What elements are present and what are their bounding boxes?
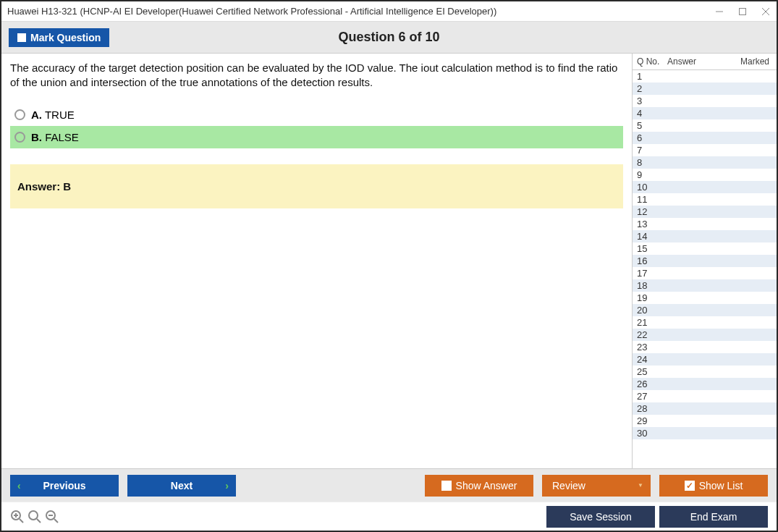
question-list-row[interactable]: 29 bbox=[633, 415, 777, 427]
mark-question-button[interactable]: Mark Question bbox=[9, 28, 109, 47]
question-list-row[interactable]: 10 bbox=[633, 181, 777, 193]
question-list-row[interactable]: 22 bbox=[633, 329, 777, 341]
question-list-row[interactable]: 7 bbox=[633, 144, 777, 156]
content-area: The accuracy of the target detection pos… bbox=[1, 54, 777, 468]
next-button[interactable]: Next › bbox=[127, 475, 236, 497]
question-list-row[interactable]: 4 bbox=[633, 107, 777, 119]
question-list-panel: Q No. Answer Marked 12345678910111213141… bbox=[632, 54, 777, 468]
window-title: Huawei H13-321 (HCNP-AI EI Developer(Hua… bbox=[7, 6, 714, 17]
show-list-label: Show List bbox=[699, 480, 743, 491]
question-list-row[interactable]: 24 bbox=[633, 353, 777, 366]
question-list-row[interactable]: 6 bbox=[633, 132, 777, 144]
question-list-row[interactable]: 19 bbox=[633, 292, 777, 304]
zoom-out-icon[interactable] bbox=[45, 510, 59, 524]
option-text: FALSE bbox=[42, 131, 79, 143]
checkbox-icon bbox=[441, 481, 452, 491]
save-session-label: Save Session bbox=[570, 511, 632, 523]
review-button[interactable]: Review ▼ bbox=[542, 475, 651, 497]
svg-point-8 bbox=[29, 511, 38, 520]
checkbox-icon bbox=[17, 33, 26, 42]
option-row-B[interactable]: B. FALSE bbox=[10, 126, 623, 148]
question-list-row[interactable]: 15 bbox=[633, 242, 777, 255]
question-list-row[interactable]: 16 bbox=[633, 255, 777, 267]
question-list-header: Q No. Answer Marked bbox=[633, 54, 777, 70]
question-list-row[interactable]: 30 bbox=[633, 427, 777, 439]
question-list-row[interactable]: 17 bbox=[633, 267, 777, 279]
radio-icon bbox=[14, 109, 25, 120]
end-exam-button[interactable]: End Exam bbox=[659, 506, 768, 528]
question-list-row[interactable]: 12 bbox=[633, 206, 777, 218]
option-letter: B. bbox=[31, 131, 42, 143]
radio-icon bbox=[14, 132, 25, 143]
zoom-reset-icon[interactable] bbox=[28, 510, 42, 524]
header-bar: Mark Question Question 6 of 10 bbox=[1, 22, 777, 54]
zoom-in-icon[interactable] bbox=[10, 510, 25, 524]
checkbox-checked-icon: ✓ bbox=[685, 481, 695, 491]
question-list[interactable]: 1234567891011121314151617181920212223242… bbox=[633, 70, 777, 468]
chevron-right-icon: › bbox=[225, 480, 229, 491]
question-list-row[interactable]: 23 bbox=[633, 341, 777, 353]
show-answer-label: Show Answer bbox=[456, 480, 517, 491]
save-session-button[interactable]: Save Session bbox=[546, 506, 655, 528]
question-list-row[interactable]: 18 bbox=[633, 279, 777, 292]
col-answer: Answer bbox=[667, 56, 732, 67]
answer-box: Answer: B bbox=[10, 164, 623, 208]
question-list-row[interactable]: 3 bbox=[633, 95, 777, 107]
question-list-row[interactable]: 9 bbox=[633, 169, 777, 181]
question-list-row[interactable]: 27 bbox=[633, 390, 777, 402]
zoom-controls bbox=[10, 510, 59, 524]
option-row-A[interactable]: A. TRUE bbox=[10, 104, 623, 126]
question-list-row[interactable]: 25 bbox=[633, 366, 777, 378]
maximize-icon[interactable] bbox=[737, 7, 748, 17]
minimize-icon[interactable] bbox=[714, 7, 724, 17]
question-text: The accuracy of the target detection pos… bbox=[10, 61, 623, 90]
svg-line-11 bbox=[54, 519, 58, 523]
question-list-row[interactable]: 21 bbox=[633, 316, 777, 329]
review-label: Review bbox=[552, 480, 585, 491]
svg-line-5 bbox=[20, 519, 23, 523]
svg-rect-1 bbox=[740, 8, 746, 14]
col-marked: Marked bbox=[732, 56, 772, 67]
close-icon[interactable] bbox=[761, 7, 771, 17]
question-list-row[interactable]: 2 bbox=[633, 83, 777, 95]
question-list-row[interactable]: 14 bbox=[633, 230, 777, 242]
question-list-row[interactable]: 8 bbox=[633, 156, 777, 169]
next-label: Next bbox=[171, 480, 193, 491]
col-qno: Q No. bbox=[637, 56, 667, 67]
question-list-row[interactable]: 11 bbox=[633, 193, 777, 206]
previous-button[interactable]: ‹ Previous bbox=[10, 475, 119, 497]
question-pane: The accuracy of the target detection pos… bbox=[1, 54, 632, 468]
question-list-row[interactable]: 26 bbox=[633, 378, 777, 390]
previous-label: Previous bbox=[43, 480, 85, 491]
footer-bar: ‹ Previous Next › Show Answer Review ▼ ✓… bbox=[1, 468, 777, 502]
chevron-down-icon: ▼ bbox=[638, 482, 643, 489]
question-list-row[interactable]: 13 bbox=[633, 218, 777, 230]
mark-question-label: Mark Question bbox=[30, 32, 101, 43]
question-list-row[interactable]: 20 bbox=[633, 304, 777, 316]
chevron-left-icon: ‹ bbox=[17, 480, 21, 491]
svg-line-9 bbox=[37, 519, 41, 523]
question-list-row[interactable]: 1 bbox=[633, 70, 777, 83]
window-controls bbox=[714, 7, 771, 17]
question-counter: Question 6 of 10 bbox=[338, 30, 439, 45]
titlebar: Huawei H13-321 (HCNP-AI EI Developer(Hua… bbox=[1, 1, 777, 22]
option-letter: A. bbox=[31, 109, 42, 121]
option-text: TRUE bbox=[42, 109, 75, 121]
bottom-bar: Save Session End Exam bbox=[1, 502, 777, 531]
question-list-row[interactable]: 28 bbox=[633, 402, 777, 415]
show-list-button[interactable]: ✓ Show List bbox=[659, 475, 768, 497]
end-exam-label: End Exam bbox=[690, 511, 737, 523]
show-answer-button[interactable]: Show Answer bbox=[425, 475, 533, 497]
question-list-row[interactable]: 5 bbox=[633, 119, 777, 132]
